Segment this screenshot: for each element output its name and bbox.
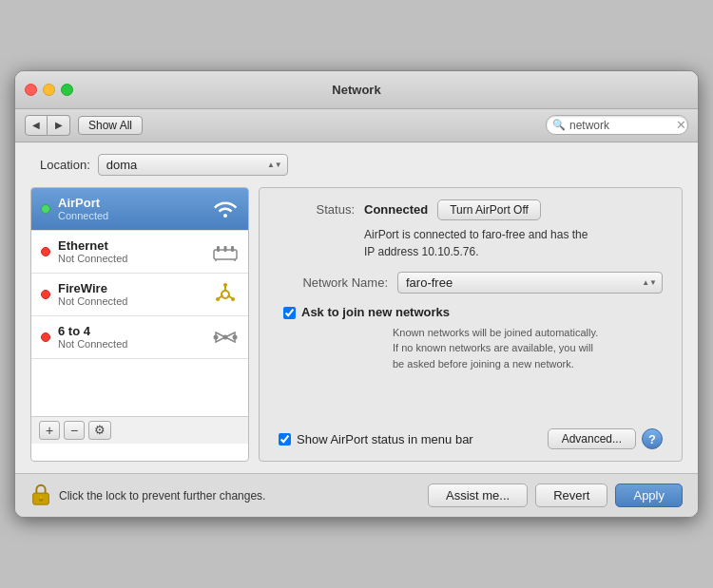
sidebar: AirPort Connected Ethernet Not Connected	[30, 187, 249, 463]
close-button[interactable]	[25, 84, 37, 96]
advanced-button[interactable]: Advanced...	[548, 428, 636, 449]
6to4-status-dot	[41, 332, 50, 342]
search-icon: 🔍	[552, 119, 566, 131]
search-box: 🔍 ✕	[546, 115, 688, 135]
ethernet-status-dot	[41, 247, 50, 256]
apply-button[interactable]: Apply	[615, 484, 683, 507]
6to4-status: Not Connected	[58, 338, 212, 350]
lock-icon[interactable]	[30, 482, 51, 509]
svg-point-4	[222, 291, 229, 298]
nav-buttons: ◀ ▶	[25, 115, 70, 136]
window-footer: Click the lock to prevent further change…	[15, 473, 698, 517]
lock-text: Click the lock to prevent further change…	[59, 489, 265, 503]
add-network-button[interactable]: +	[39, 421, 60, 440]
wifi-icon	[212, 196, 239, 222]
location-select[interactable]: doma	[98, 154, 288, 176]
svg-point-8	[223, 283, 227, 287]
show-airport-status-checkbox[interactable]	[279, 433, 291, 446]
sidebar-item-ethernet[interactable]: Ethernet Not Connected	[31, 231, 248, 274]
firewire-name: FireWire	[58, 281, 212, 295]
help-button[interactable]: ?	[642, 428, 663, 449]
svg-point-10	[231, 297, 235, 301]
airport-status-dot	[41, 204, 50, 214]
ethernet-status: Not Connected	[58, 253, 212, 264]
svg-point-12	[223, 334, 228, 339]
airport-status: Connected	[58, 210, 212, 221]
toolbar: ◀ ▶ Show All 🔍 ✕	[15, 109, 698, 142]
ask-join-label: Ask to join new networks	[301, 305, 450, 319]
ethernet-name: Ethernet	[58, 238, 212, 253]
location-label: Location:	[40, 158, 90, 172]
turn-airport-off-button[interactable]: Turn AirPort Off	[437, 199, 541, 220]
svg-rect-1	[217, 246, 220, 252]
svg-point-11	[214, 334, 219, 339]
search-clear-icon[interactable]: ✕	[676, 118, 686, 132]
window-title: Network	[332, 83, 380, 97]
ethernet-icon	[212, 238, 239, 265]
firewire-status-dot	[41, 290, 50, 299]
location-select-wrapper: doma	[98, 154, 288, 176]
detail-panel: Status: Connected Turn AirPort Off AirPo…	[259, 187, 683, 463]
status-label: Status:	[279, 202, 355, 217]
svg-rect-3	[231, 246, 234, 252]
status-value: Connected	[364, 202, 428, 217]
network-name-select[interactable]: faro-free	[397, 272, 663, 294]
network-window: Network ◀ ▶ Show All 🔍 ✕ Location: doma	[14, 70, 699, 519]
airport-name: AirPort	[58, 196, 212, 210]
network-name-label: Network Name:	[279, 275, 388, 290]
titlebar: Network	[15, 71, 698, 109]
sidebar-item-6to4[interactable]: 6 to 4 Not Connected	[31, 316, 248, 359]
svg-point-16	[39, 496, 43, 500]
traffic-lights	[25, 84, 73, 96]
lock-area: Click the lock to prevent further change…	[30, 482, 428, 509]
footer-buttons: Assist me... Revert Apply	[428, 484, 683, 507]
sidebar-item-airport[interactable]: AirPort Connected	[31, 188, 248, 231]
show-status-label: Show AirPort status in menu bar	[297, 432, 473, 446]
network-actions-button[interactable]: ⚙	[88, 421, 111, 440]
network-name-row: Network Name: faro-free	[279, 272, 663, 294]
search-input[interactable]	[569, 119, 674, 132]
6to4-name: 6 to 4	[58, 324, 212, 338]
ask-join-checkbox[interactable]	[283, 307, 296, 319]
svg-rect-2	[224, 246, 227, 252]
bottom-row: Show AirPort status in menu bar Advanced…	[279, 428, 663, 449]
show-all-button[interactable]: Show All	[78, 116, 143, 135]
minimize-button[interactable]	[43, 84, 55, 96]
svg-point-13	[233, 334, 238, 339]
revert-button[interactable]: Revert	[535, 484, 607, 507]
content-area: Location: doma AirPort Connected	[15, 142, 698, 474]
firewire-status: Not Connected	[58, 295, 212, 307]
sidebar-footer: + − ⚙	[31, 416, 248, 444]
maximize-button[interactable]	[61, 84, 73, 96]
status-description: AirPort is connected to faro-free and ha…	[364, 226, 663, 260]
6to4-icon	[212, 324, 239, 351]
forward-button[interactable]: ▶	[48, 115, 70, 136]
remove-network-button[interactable]: −	[64, 421, 85, 440]
main-panel: AirPort Connected Ethernet Not Connected	[30, 187, 683, 463]
assist-me-button[interactable]: Assist me...	[428, 484, 528, 507]
sidebar-item-firewire[interactable]: FireWire Not Connected	[31, 274, 248, 316]
svg-point-9	[216, 297, 220, 301]
network-select-wrapper: faro-free	[397, 272, 663, 294]
show-status-row: Show AirPort status in menu bar	[279, 432, 548, 446]
location-row: Location: doma	[30, 154, 683, 176]
firewire-icon	[212, 281, 239, 308]
ask-join-description: Known networks will be joined automatica…	[393, 325, 663, 372]
ask-join-row: Ask to join new networks	[283, 305, 663, 319]
back-button[interactable]: ◀	[25, 115, 48, 136]
status-row: Status: Connected Turn AirPort Off	[279, 199, 663, 220]
